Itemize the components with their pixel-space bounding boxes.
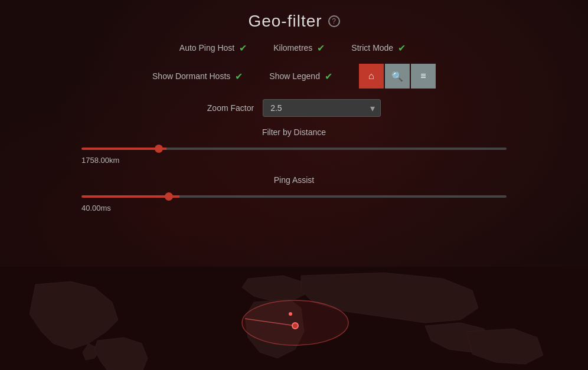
search-icon: 🔍 <box>391 71 403 82</box>
zoom-label: Zoom Factor <box>207 103 254 113</box>
options-row-2: Show Dormant Hosts ✔ Show Legend ✔ ⌂ 🔍 ≡ <box>152 64 436 89</box>
help-icon[interactable]: ? <box>328 15 340 27</box>
strict-mode-checkbox[interactable]: ✔ <box>398 42 409 53</box>
ping-assist-slider[interactable] <box>81 195 507 198</box>
ping-assist-section: Ping Assist 40.00ms <box>81 175 507 212</box>
ping-assist-label: Ping Assist <box>81 175 507 185</box>
kilometres-label: Kilometres <box>273 43 312 53</box>
kilometres-option[interactable]: Kilometres ✔ <box>273 42 328 53</box>
svg-point-3 <box>292 323 298 329</box>
options-row-1: Auto Ping Host ✔ Kilometres ✔ Strict Mod… <box>179 42 409 53</box>
show-legend-option[interactable]: Show Legend ✔ <box>269 71 335 81</box>
show-dormant-hosts-checkbox[interactable]: ✔ <box>235 71 246 81</box>
auto-ping-host-option[interactable]: Auto Ping Host ✔ <box>179 42 250 53</box>
show-legend-checkbox[interactable]: ✔ <box>325 71 335 81</box>
page-title: Geo-filter <box>248 12 322 31</box>
title-row: Geo-filter ? <box>248 12 339 31</box>
list-icon: ≡ <box>420 71 426 81</box>
show-dormant-hosts-label: Show Dormant Hosts <box>152 71 230 81</box>
filter-distance-section: Filter by Distance 1758.00km <box>81 127 507 165</box>
ping-assist-value: 40.00ms <box>81 204 507 212</box>
strict-mode-option[interactable]: Strict Mode ✔ <box>351 42 409 53</box>
list-button[interactable]: ≡ <box>411 64 436 89</box>
filter-distance-slider[interactable] <box>81 148 507 150</box>
filter-distance-value: 1758.00km <box>81 156 507 165</box>
show-dormant-hosts-option[interactable]: Show Dormant Hosts ✔ <box>152 71 246 81</box>
toolbar-buttons: ⌂ 🔍 ≡ <box>359 64 436 89</box>
zoom-select[interactable]: 1.0 1.5 2.0 2.5 3.0 3.5 4.0 <box>263 99 381 117</box>
strict-mode-label: Strict Mode <box>351 43 393 53</box>
home-button[interactable]: ⌂ <box>359 64 384 89</box>
filter-distance-label: Filter by Distance <box>81 127 507 137</box>
zoom-row: Zoom Factor 1.0 1.5 2.0 2.5 3.0 3.5 4.0 <box>207 99 381 117</box>
map-area <box>0 267 588 370</box>
kilometres-checkbox[interactable]: ✔ <box>317 42 328 53</box>
auto-ping-host-checkbox[interactable]: ✔ <box>239 42 250 53</box>
search-button[interactable]: 🔍 <box>385 64 410 89</box>
auto-ping-host-label: Auto Ping Host <box>179 43 234 53</box>
zoom-select-wrapper: 1.0 1.5 2.0 2.5 3.0 3.5 4.0 <box>263 99 381 117</box>
filter-distance-slider-container <box>81 142 507 152</box>
world-map <box>0 267 588 370</box>
show-legend-label: Show Legend <box>269 71 320 81</box>
svg-point-4 <box>289 312 292 316</box>
home-icon: ⌂ <box>368 71 374 81</box>
ping-assist-slider-container <box>81 189 507 200</box>
